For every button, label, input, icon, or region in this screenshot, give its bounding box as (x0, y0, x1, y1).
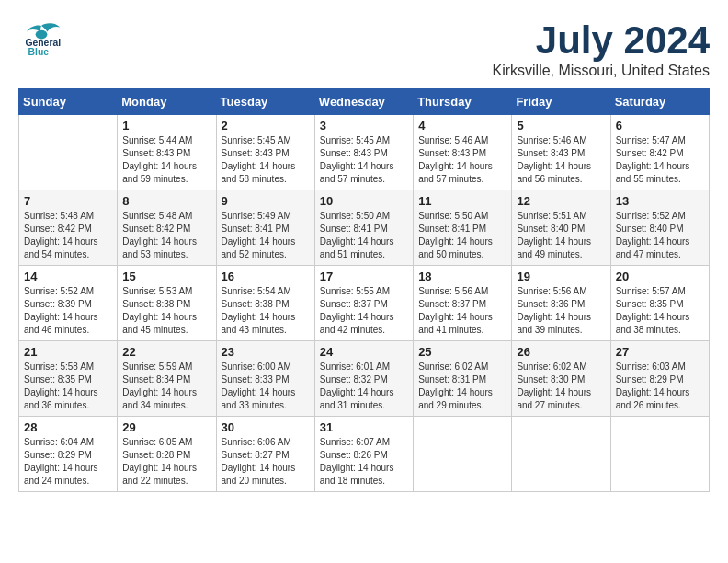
title-block: July 2024 Kirksville, Missouri, United S… (492, 18, 710, 79)
day-info: Sunrise: 5:50 AM Sunset: 8:41 PM Dayligh… (320, 210, 408, 261)
day-info: Sunrise: 6:06 AM Sunset: 8:27 PM Dayligh… (222, 436, 310, 488)
day-info: Sunrise: 5:56 AM Sunset: 8:37 PM Dayligh… (418, 285, 506, 337)
location-subtitle: Kirksville, Missouri, United States (492, 63, 710, 79)
day-number: 5 (517, 119, 605, 132)
day-header-sunday: Sunday (19, 89, 118, 115)
calendar-cell: 7Sunrise: 5:48 AM Sunset: 8:42 PM Daylig… (19, 190, 118, 266)
day-info: Sunrise: 6:00 AM Sunset: 8:33 PM Dayligh… (222, 361, 310, 412)
calendar-cell: 2Sunrise: 5:45 AM Sunset: 8:43 PM Daylig… (216, 115, 314, 190)
day-number: 22 (122, 345, 210, 359)
calendar-header: SundayMondayTuesdayWednesdayThursdayFrid… (19, 89, 710, 115)
day-number: 27 (616, 345, 704, 359)
day-number: 10 (320, 194, 408, 208)
day-info: Sunrise: 5:48 AM Sunset: 8:42 PM Dayligh… (24, 210, 112, 261)
day-info: Sunrise: 5:45 AM Sunset: 8:43 PM Dayligh… (222, 134, 310, 186)
calendar-cell: 8Sunrise: 5:48 AM Sunset: 8:42 PM Daylig… (118, 190, 216, 266)
calendar-cell: 27Sunrise: 6:03 AM Sunset: 8:29 PM Dayli… (610, 341, 709, 417)
logo: General Blue (18, 18, 64, 55)
day-number: 15 (122, 270, 210, 283)
day-number: 13 (616, 194, 704, 208)
day-header-monday: Monday (118, 89, 216, 115)
logo-icon: General Blue (18, 18, 64, 55)
calendar-week-2: 7Sunrise: 5:48 AM Sunset: 8:42 PM Daylig… (19, 190, 710, 266)
day-number: 29 (122, 420, 210, 434)
calendar-cell (19, 115, 118, 190)
calendar-cell (414, 417, 512, 492)
day-info: Sunrise: 6:07 AM Sunset: 8:26 PM Dayligh… (320, 436, 408, 488)
calendar-cell: 25Sunrise: 6:02 AM Sunset: 8:31 PM Dayli… (414, 341, 512, 417)
day-info: Sunrise: 5:57 AM Sunset: 8:35 PM Dayligh… (616, 285, 704, 337)
calendar-cell: 6Sunrise: 5:47 AM Sunset: 8:42 PM Daylig… (610, 115, 709, 190)
day-info: Sunrise: 5:54 AM Sunset: 8:38 PM Dayligh… (222, 285, 310, 337)
day-info: Sunrise: 5:47 AM Sunset: 8:42 PM Dayligh… (616, 134, 704, 186)
day-info: Sunrise: 6:02 AM Sunset: 8:30 PM Dayligh… (517, 361, 605, 412)
day-info: Sunrise: 5:48 AM Sunset: 8:42 PM Dayligh… (122, 210, 210, 261)
calendar-cell (512, 417, 610, 492)
svg-text:Blue: Blue (28, 47, 50, 55)
calendar-cell: 18Sunrise: 5:56 AM Sunset: 8:37 PM Dayli… (414, 266, 512, 341)
calendar-cell: 13Sunrise: 5:52 AM Sunset: 8:40 PM Dayli… (610, 190, 709, 266)
calendar-cell: 28Sunrise: 6:04 AM Sunset: 8:29 PM Dayli… (19, 417, 118, 492)
day-info: Sunrise: 6:04 AM Sunset: 8:29 PM Dayligh… (24, 436, 112, 488)
calendar-cell: 29Sunrise: 6:05 AM Sunset: 8:28 PM Dayli… (118, 417, 216, 492)
day-number: 30 (222, 420, 310, 434)
calendar-cell: 31Sunrise: 6:07 AM Sunset: 8:26 PM Dayli… (314, 417, 413, 492)
day-info: Sunrise: 5:58 AM Sunset: 8:35 PM Dayligh… (24, 361, 112, 412)
day-number: 4 (418, 119, 506, 132)
calendar-cell: 23Sunrise: 6:00 AM Sunset: 8:33 PM Dayli… (216, 341, 314, 417)
calendar-body: 1Sunrise: 5:44 AM Sunset: 8:43 PM Daylig… (19, 115, 710, 492)
calendar-cell: 30Sunrise: 6:06 AM Sunset: 8:27 PM Dayli… (216, 417, 314, 492)
day-header-friday: Friday (512, 89, 610, 115)
calendar-cell (610, 417, 709, 492)
day-header-thursday: Thursday (414, 89, 512, 115)
calendar-cell: 21Sunrise: 5:58 AM Sunset: 8:35 PM Dayli… (19, 341, 118, 417)
calendar-cell: 9Sunrise: 5:49 AM Sunset: 8:41 PM Daylig… (216, 190, 314, 266)
calendar-cell: 19Sunrise: 5:56 AM Sunset: 8:36 PM Dayli… (512, 266, 610, 341)
day-info: Sunrise: 5:46 AM Sunset: 8:43 PM Dayligh… (517, 134, 605, 186)
calendar-cell: 14Sunrise: 5:52 AM Sunset: 8:39 PM Dayli… (19, 266, 118, 341)
calendar-cell: 11Sunrise: 5:50 AM Sunset: 8:41 PM Dayli… (414, 190, 512, 266)
day-number: 17 (320, 270, 408, 283)
calendar-cell: 3Sunrise: 5:45 AM Sunset: 8:43 PM Daylig… (314, 115, 413, 190)
calendar-cell: 24Sunrise: 6:01 AM Sunset: 8:32 PM Dayli… (314, 341, 413, 417)
day-number: 1 (122, 119, 210, 132)
day-number: 12 (517, 194, 605, 208)
day-header-wednesday: Wednesday (314, 89, 413, 115)
day-info: Sunrise: 6:01 AM Sunset: 8:32 PM Dayligh… (320, 361, 408, 412)
day-number: 3 (320, 119, 408, 132)
calendar-cell: 1Sunrise: 5:44 AM Sunset: 8:43 PM Daylig… (118, 115, 216, 190)
calendar-cell: 10Sunrise: 5:50 AM Sunset: 8:41 PM Dayli… (314, 190, 413, 266)
day-info: Sunrise: 5:55 AM Sunset: 8:37 PM Dayligh… (320, 285, 408, 337)
day-number: 28 (24, 420, 112, 434)
day-number: 20 (616, 270, 704, 283)
day-info: Sunrise: 5:53 AM Sunset: 8:38 PM Dayligh… (122, 285, 210, 337)
day-info: Sunrise: 5:50 AM Sunset: 8:41 PM Dayligh… (418, 210, 506, 261)
day-number: 7 (24, 194, 112, 208)
day-info: Sunrise: 6:02 AM Sunset: 8:31 PM Dayligh… (418, 361, 506, 412)
day-info: Sunrise: 5:51 AM Sunset: 8:40 PM Dayligh… (517, 210, 605, 261)
calendar-week-5: 28Sunrise: 6:04 AM Sunset: 8:29 PM Dayli… (19, 417, 710, 492)
day-info: Sunrise: 5:52 AM Sunset: 8:40 PM Dayligh… (616, 210, 704, 261)
day-info: Sunrise: 5:45 AM Sunset: 8:43 PM Dayligh… (320, 134, 408, 186)
day-number: 19 (517, 270, 605, 283)
day-number: 6 (616, 119, 704, 132)
month-year-title: July 2024 (492, 18, 710, 63)
calendar-week-4: 21Sunrise: 5:58 AM Sunset: 8:35 PM Dayli… (19, 341, 710, 417)
day-number: 8 (122, 194, 210, 208)
day-number: 16 (222, 270, 310, 283)
day-number: 25 (418, 345, 506, 359)
day-number: 24 (320, 345, 408, 359)
day-info: Sunrise: 6:03 AM Sunset: 8:29 PM Dayligh… (616, 361, 704, 412)
day-number: 21 (24, 345, 112, 359)
calendar-cell: 26Sunrise: 6:02 AM Sunset: 8:30 PM Dayli… (512, 341, 610, 417)
day-info: Sunrise: 6:05 AM Sunset: 8:28 PM Dayligh… (122, 436, 210, 488)
calendar-cell: 15Sunrise: 5:53 AM Sunset: 8:38 PM Dayli… (118, 266, 216, 341)
day-info: Sunrise: 5:56 AM Sunset: 8:36 PM Dayligh… (517, 285, 605, 337)
day-info: Sunrise: 5:59 AM Sunset: 8:34 PM Dayligh… (122, 361, 210, 412)
day-number: 23 (222, 345, 310, 359)
day-header-saturday: Saturday (610, 89, 709, 115)
day-number: 9 (222, 194, 310, 208)
header: General Blue July 2024 Kirksville, Misso… (18, 18, 710, 79)
calendar-cell: 5Sunrise: 5:46 AM Sunset: 8:43 PM Daylig… (512, 115, 610, 190)
day-info: Sunrise: 5:49 AM Sunset: 8:41 PM Dayligh… (222, 210, 310, 261)
